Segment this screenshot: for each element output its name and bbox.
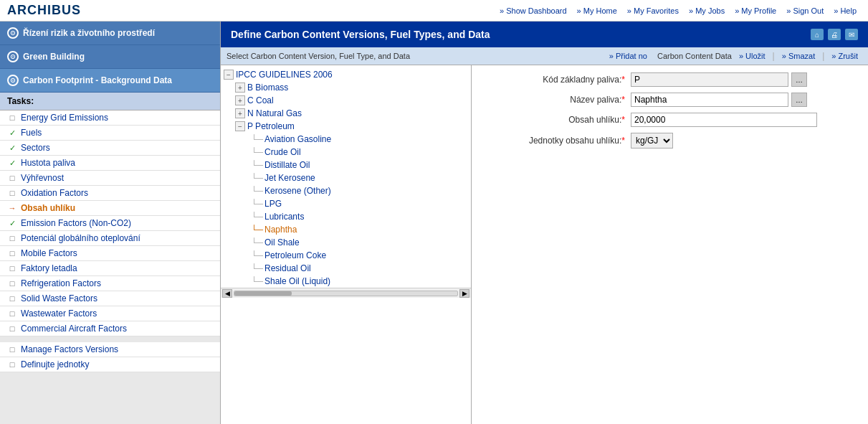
task-obsah[interactable]: → Obsah uhlíku — [0, 201, 220, 216]
tree-jet-kerosene[interactable]: └─ Jet Kerosene — [221, 171, 471, 184]
task-solid-waste[interactable]: □ Solid Waste Factors — [0, 291, 220, 306]
task-manage-versions[interactable]: □ Manage Factors Versions — [0, 342, 220, 357]
tree-toggle-petroleum[interactable]: − — [235, 121, 245, 131]
tree-coal[interactable]: + C Coal — [221, 94, 471, 107]
scroll-right-btn[interactable]: ▶ — [459, 289, 469, 298]
tree-naphtha-label[interactable]: Naphtha — [264, 225, 297, 235]
fuel-code-input[interactable] — [631, 72, 788, 87]
section-icon-carbon: ⊙ — [7, 75, 19, 86]
tree-biomass[interactable]: + B Biomass — [221, 81, 471, 94]
task-icon-faktory: □ — [7, 264, 17, 273]
email-icon[interactable]: ✉ — [845, 29, 858, 40]
sidebar-section-risk[interactable]: ⊙ Řízení rizik a životního prostředí — [0, 22, 220, 45]
task-vyhrevnost[interactable]: □ Výhřevnost — [0, 171, 220, 186]
fuel-name-input[interactable] — [631, 93, 788, 107]
tree-oil-shale-label[interactable]: Oil Shale — [264, 237, 300, 248]
tree-natural-gas[interactable]: + N Natural Gas — [221, 107, 471, 120]
tree-root[interactable]: − IPCC GUIDELINES 2006 — [221, 68, 471, 81]
tree-root-label[interactable]: IPCC GUIDELINES 2006 — [236, 70, 333, 80]
sidebar-section-risk-label: Řízení rizik a životního prostředí — [23, 28, 155, 38]
tree-lpg-label[interactable]: LPG — [264, 199, 282, 209]
content-header-icons: ⌂ 🖨 ✉ — [811, 29, 858, 40]
tree-gas-label[interactable]: N Natural Gas — [247, 108, 302, 118]
tree-oil-shale[interactable]: └─ Oil Shale — [221, 236, 471, 249]
tree-kerosene-other[interactable]: └─ Kerosene (Other) — [221, 184, 471, 197]
task-icon-wastewater: □ — [7, 309, 17, 318]
print-icon[interactable]: 🖨 — [828, 29, 841, 40]
tree-distillate-oil[interactable]: └─ Distillate Oil — [221, 159, 471, 171]
task-hustota[interactable]: ✓ Hustota paliva — [0, 156, 220, 171]
tree-lubricants[interactable]: └─ Lubricants — [221, 210, 471, 223]
nav-my-profile[interactable]: » My Profile — [730, 6, 781, 15]
task-label-fuels: Fuels — [21, 128, 42, 138]
carbon-content-input[interactable] — [631, 113, 817, 127]
task-mobile[interactable]: □ Mobile Factors — [0, 246, 220, 261]
sidebar-section-carbon[interactable]: ⊙ Carbon Footprint - Background Data — [0, 69, 220, 93]
tree-aviation-gasoline[interactable]: └─ Aviation Gasoline — [221, 133, 471, 146]
tree-aviation-label[interactable]: Aviation Gasoline — [264, 134, 331, 144]
nav-show-dashboard[interactable]: » Show Dashboard — [495, 6, 571, 15]
nav-my-home[interactable]: » My Home — [573, 6, 621, 15]
tree-line-crude: └─ — [251, 147, 263, 157]
tree-crude-label[interactable]: Crude Oil — [264, 147, 301, 157]
task-definujte[interactable]: □ Definujte jednotky — [0, 357, 220, 372]
tree-toggle-biomass[interactable]: + — [235, 83, 245, 93]
tree-toggle-coal[interactable]: + — [235, 95, 245, 105]
add-button[interactable]: » Přidat no — [605, 50, 652, 62]
cancel-button[interactable]: » Zrušit — [827, 50, 862, 62]
scroll-thumb[interactable] — [234, 291, 292, 296]
task-commercial[interactable]: □ Commercial Aircraft Factors — [0, 321, 220, 336]
tree-residual-oil[interactable]: └─ Residual Oil — [221, 262, 471, 275]
top-navigation: » Show Dashboard » My Home » My Favorite… — [495, 6, 861, 15]
fuel-code-browse-btn[interactable]: … — [791, 72, 807, 87]
task-energy-grid[interactable]: □ Energy Grid Emissions — [0, 110, 220, 126]
tree-jet-label[interactable]: Jet Kerosene — [264, 173, 315, 183]
tree-toggle-root[interactable]: − — [224, 70, 234, 80]
delete-button[interactable]: » Smazat — [778, 50, 819, 62]
task-faktory[interactable]: □ Faktory letadla — [0, 261, 220, 276]
task-icon-refrigeration: □ — [7, 279, 17, 288]
tree-petroleum-coke[interactable]: └─ Petroleum Coke — [221, 249, 471, 262]
tree-lpg[interactable]: └─ LPG — [221, 197, 471, 210]
nav-help[interactable]: » Help — [829, 6, 861, 15]
tree-petroleum-coke-label[interactable]: Petroleum Coke — [264, 250, 326, 260]
tree-line-naphtha: └─ — [251, 225, 263, 235]
tree-line-residual: └─ — [251, 263, 263, 273]
tree-shale-label[interactable]: Shale Oil (Liquid) — [264, 276, 330, 286]
tree-line-shale: └─ — [251, 276, 263, 286]
tree-residual-label[interactable]: Residual Oil — [264, 263, 311, 273]
task-wastewater[interactable]: □ Wastewater Factors — [0, 306, 220, 321]
tree-naphtha[interactable]: └─ Naphtha — [221, 223, 471, 236]
tree-panel: − IPCC GUIDELINES 2006 + B Biomass + C C… — [221, 65, 472, 424]
tree-petroleum-label[interactable]: P Petroleum — [247, 121, 295, 131]
save-button[interactable]: » Uložit — [735, 50, 770, 62]
tree-toggle-gas[interactable]: + — [235, 108, 245, 118]
task-refrigeration[interactable]: □ Refrigeration Factors — [0, 276, 220, 291]
nav-my-favorites[interactable]: » My Favorites — [623, 6, 683, 15]
tasks-header: Tasks: — [0, 93, 220, 110]
tree-distillate-label[interactable]: Distillate Oil — [264, 160, 310, 170]
tree-coal-label[interactable]: C Coal — [247, 95, 274, 105]
nav-sign-out[interactable]: » Sign Out — [782, 6, 828, 15]
task-oxidation[interactable]: □ Oxidation Factors — [0, 186, 220, 201]
scroll-left-btn[interactable]: ◀ — [222, 289, 232, 298]
tree-kerosene-label[interactable]: Kerosene (Other) — [264, 186, 331, 196]
tree-crude-oil[interactable]: └─ Crude Oil — [221, 146, 471, 159]
home-icon[interactable]: ⌂ — [811, 29, 824, 40]
tree-lubricants-label[interactable]: Lubricants — [264, 212, 304, 222]
fuel-name-browse-btn[interactable]: … — [791, 93, 807, 107]
tree-biomass-label[interactable]: B Biomass — [247, 83, 288, 93]
units-select[interactable]: kg/GJ kg/TJ kg/MJ — [631, 133, 673, 149]
tree-line-kerosene: └─ — [251, 186, 263, 196]
sidebar-section-green[interactable]: ⊙ Green Building — [0, 45, 220, 69]
task-fuels[interactable]: ✓ Fuels — [0, 126, 220, 141]
tree-petroleum[interactable]: − P Petroleum — [221, 120, 471, 133]
task-potential[interactable]: □ Potenciál globálního oteplování — [0, 231, 220, 246]
task-sectors[interactable]: ✓ Sectors — [0, 141, 220, 156]
scroll-track[interactable] — [234, 291, 458, 296]
tree-shale-oil[interactable]: └─ Shale Oil (Liquid) — [221, 275, 471, 288]
task-icon-solid: □ — [7, 294, 17, 303]
nav-my-jobs[interactable]: » My Jobs — [685, 6, 729, 15]
task-emission[interactable]: ✓ Emission Factors (Non-CO2) — [0, 216, 220, 231]
tree-scrollbar[interactable]: ◀ ▶ — [221, 288, 471, 298]
